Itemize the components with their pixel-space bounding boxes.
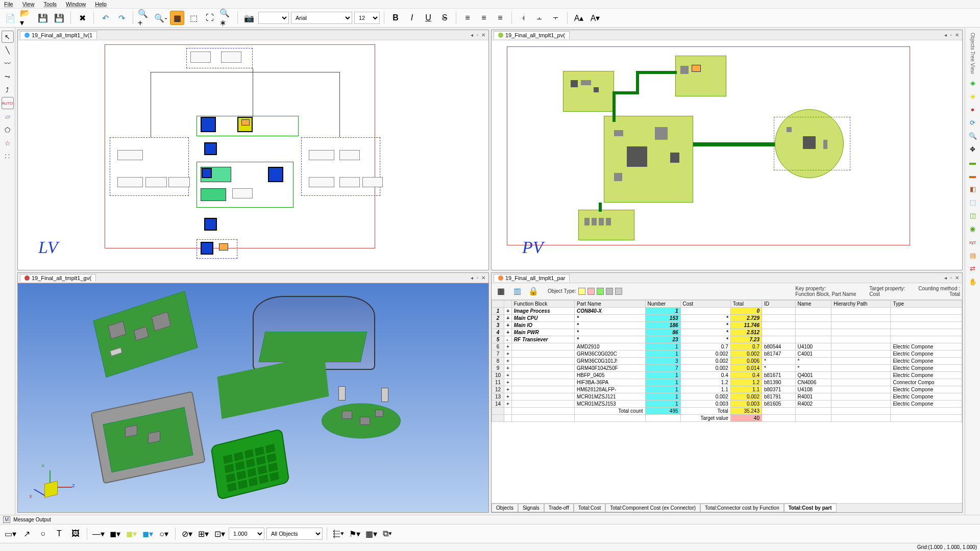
italic-icon[interactable]: I bbox=[405, 11, 419, 25]
select-icon[interactable]: ↖ bbox=[2, 31, 14, 43]
text-tool-icon[interactable]: T bbox=[52, 527, 66, 541]
objects-tree-label[interactable]: Objects Tree View bbox=[970, 31, 975, 76]
tab-tradeoff[interactable]: Trade-off bbox=[544, 504, 574, 512]
table-row[interactable]: 3+Main IO*186*11.746 bbox=[492, 321, 962, 329]
table-row[interactable]: 9+GRM40F104Z50F70.0020.014**Electric Com… bbox=[492, 364, 962, 371]
line-tool-icon[interactable]: ↗ bbox=[19, 527, 34, 541]
message-icon[interactable]: M bbox=[3, 516, 10, 523]
max-icon[interactable]: ▫ bbox=[475, 275, 479, 281]
save-all-icon[interactable]: 💾 bbox=[52, 11, 66, 25]
chart-icon[interactable]: ▥ bbox=[510, 284, 524, 298]
fill-color-icon[interactable]: ◼▾ bbox=[108, 527, 122, 541]
sphere-icon[interactable]: ● bbox=[967, 104, 979, 116]
type-grey2-icon[interactable] bbox=[615, 288, 622, 295]
tiles-icon[interactable]: ▦▾ bbox=[364, 527, 378, 541]
max-icon[interactable]: ▫ bbox=[475, 32, 479, 38]
view1-icon[interactable]: ▬ bbox=[967, 157, 979, 169]
underline-icon[interactable]: U bbox=[421, 11, 435, 25]
copy-icon[interactable]: ⧉▾ bbox=[380, 527, 395, 541]
image-tool-icon[interactable]: 🖼 bbox=[68, 527, 83, 541]
star-icon[interactable]: ☆ bbox=[2, 137, 14, 149]
axis-gizmo[interactable]: X Z X bbox=[43, 482, 59, 497]
table-row[interactable]: 12+HM628128ALFP-11.11.1b80371U4108Electr… bbox=[492, 386, 962, 393]
snap-icon[interactable]: ⊡▾ bbox=[212, 527, 227, 541]
zoom-dropdown[interactable] bbox=[258, 12, 289, 24]
close-icon[interactable]: ✕ bbox=[954, 275, 960, 281]
delete-icon[interactable]: ✖ bbox=[75, 11, 89, 25]
close-icon[interactable]: ✕ bbox=[954, 32, 960, 38]
menu-file[interactable]: File bbox=[4, 1, 13, 7]
rect-tool-icon[interactable]: ▭▾ bbox=[3, 527, 17, 541]
menu-tools[interactable]: Tools bbox=[43, 1, 57, 7]
body-icon[interactable]: ◫ bbox=[967, 210, 979, 222]
gv-tab[interactable]: 19_Final_all_tmplt1_gv( bbox=[20, 274, 96, 282]
undo-icon[interactable]: ↶ bbox=[98, 11, 112, 25]
valign-bot-icon[interactable]: ⫟ bbox=[549, 11, 563, 25]
tab-tcomp[interactable]: Total:Component Cost (ex Connector) bbox=[605, 504, 700, 512]
wireframe-icon[interactable]: ⬚ bbox=[967, 196, 979, 209]
table-row[interactable]: 10+HBFP_040510.40.4b81671Q4001Electric C… bbox=[492, 371, 962, 379]
line-style-icon[interactable]: —▾ bbox=[91, 527, 106, 541]
save-icon[interactable]: 💾 bbox=[36, 11, 50, 25]
zoom-in-icon[interactable]: 🔍+ bbox=[137, 11, 152, 25]
rotate-icon[interactable]: ⟳ bbox=[967, 117, 979, 129]
lock-icon[interactable]: 🔒 bbox=[526, 284, 541, 298]
apply-icon[interactable]: ▦ bbox=[494, 284, 508, 298]
arrow-icon[interactable]: ⇄ bbox=[967, 263, 979, 275]
font-dropdown[interactable]: Arial bbox=[291, 12, 352, 24]
table-row[interactable]: 6+AMD291010.70.7b80544U4100Electric Comp… bbox=[492, 343, 962, 350]
zoom-out-icon[interactable]: 🔍- bbox=[154, 11, 168, 25]
type-pink-icon[interactable] bbox=[587, 288, 595, 295]
tab-tconn[interactable]: Total:Connector cost by Function bbox=[700, 504, 784, 512]
tab-objects[interactable]: Objects bbox=[492, 504, 518, 512]
pin-icon[interactable]: ◂ bbox=[943, 32, 948, 38]
tab-signals[interactable]: Signals bbox=[518, 504, 544, 512]
bold-icon[interactable]: B bbox=[388, 11, 403, 25]
cube-green-icon[interactable]: ◈ bbox=[967, 77, 979, 89]
zoom-fit-icon[interactable]: ▦ bbox=[170, 11, 184, 25]
align-left-icon[interactable]: ≡ bbox=[460, 11, 475, 25]
menu-window[interactable]: Window bbox=[66, 1, 86, 7]
hierarchy-icon[interactable]: ⬱▾ bbox=[331, 527, 346, 541]
polyline-icon[interactable]: 〰 bbox=[2, 57, 14, 69]
xyz-icon[interactable]: xyz bbox=[967, 236, 979, 248]
table-row[interactable]: 5-RF Transiever*23*7.23 bbox=[492, 336, 962, 343]
zoom-area-icon[interactable]: ⬚ bbox=[186, 11, 201, 25]
line-icon[interactable]: ╲ bbox=[2, 44, 14, 56]
fontsize-dropdown[interactable]: 12 bbox=[354, 12, 380, 24]
path-icon[interactable]: ⤳ bbox=[2, 70, 14, 83]
circle-fill-icon[interactable]: ○▾ bbox=[157, 527, 171, 541]
camera-icon[interactable]: 📷 bbox=[242, 11, 256, 25]
pv-canvas[interactable]: PV bbox=[492, 40, 962, 270]
font-dec-icon[interactable]: A▾ bbox=[588, 11, 602, 25]
redo-icon[interactable]: ↷ bbox=[114, 11, 129, 25]
tab-tpart[interactable]: Total:Cost by part bbox=[784, 504, 837, 512]
table-row[interactable]: 4+Main PWR*86*2.512 bbox=[492, 329, 962, 336]
zoom-extents-icon[interactable]: ⛶ bbox=[203, 11, 217, 25]
polygon-icon[interactable]: ⬠ bbox=[2, 123, 14, 136]
new-icon[interactable]: 📄 bbox=[3, 11, 17, 25]
lv-canvas[interactable]: LV bbox=[18, 40, 488, 270]
lv-tab[interactable]: 19_Final_all_tmplt1_lv(1 bbox=[20, 31, 97, 39]
parts-table[interactable]: Function Block Part Name Number Cost Tot… bbox=[492, 300, 962, 504]
valign-mid-icon[interactable]: ⫠ bbox=[532, 11, 547, 25]
search-icon[interactable]: 🔍∗ bbox=[219, 11, 233, 25]
hand-icon[interactable]: ✋ bbox=[967, 276, 979, 288]
grid-icon[interactable]: ⊞▾ bbox=[196, 527, 210, 541]
pan-icon[interactable]: ✥ bbox=[967, 143, 979, 156]
table-row[interactable]: 8+GRM36C0G101J!30.0020.006**Electric Com… bbox=[492, 357, 962, 364]
max-icon[interactable]: ▫ bbox=[949, 275, 953, 281]
fill-color2-icon[interactable]: ◼▾ bbox=[124, 527, 138, 541]
close-icon[interactable]: ✕ bbox=[480, 32, 486, 38]
circle-tool-icon[interactable]: ○ bbox=[36, 527, 50, 541]
pv-tab[interactable]: 19_Final_all_tmplt1_pv( bbox=[494, 31, 570, 39]
type-green-icon[interactable] bbox=[597, 288, 604, 295]
table-row[interactable]: 7+GRM36C0G020C10.0020.002b81747C4001Elec… bbox=[492, 350, 962, 357]
pin-icon[interactable]: ◂ bbox=[470, 275, 474, 281]
font-inc-icon[interactable]: A▴ bbox=[572, 11, 586, 25]
filter-dropdown[interactable]: All Objects bbox=[266, 528, 323, 540]
brick-icon[interactable]: ◧ bbox=[967, 183, 979, 195]
view2-icon[interactable]: ▬ bbox=[967, 170, 979, 182]
fill-color3-icon[interactable]: ◼▾ bbox=[140, 527, 155, 541]
layer-icon[interactable]: ▤ bbox=[967, 249, 979, 262]
